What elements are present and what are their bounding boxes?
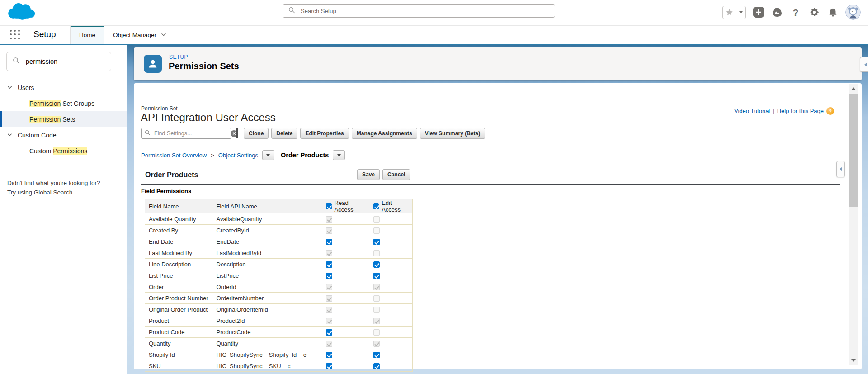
find-settings-box xyxy=(141,128,231,139)
edit-access-checkbox xyxy=(373,307,380,313)
cancel-button[interactable]: Cancel xyxy=(382,169,410,180)
toolbar-separator xyxy=(236,128,238,138)
setup-eyebrow-label: SETUP xyxy=(169,54,188,60)
edit-access-checkbox[interactable] xyxy=(373,352,380,358)
read-access-checkbox xyxy=(326,318,332,324)
salesforce-setup-screen: ? Setup Home xyxy=(0,0,868,374)
field-api-name-cell: EndDate xyxy=(213,236,322,247)
field-api-name-cell: OrderItemNumber xyxy=(213,293,322,304)
chevron-down-icon xyxy=(7,84,13,91)
clone-button[interactable]: Clone xyxy=(244,128,269,139)
field-name-cell: Available Quantity xyxy=(145,213,213,225)
breadcrumb-current-object: Order Products xyxy=(281,151,329,159)
trailhead-icon[interactable] xyxy=(771,6,783,18)
quick-add-icon[interactable] xyxy=(753,6,764,18)
field-permissions-table: Field Name Field API Name Read Access Ed… xyxy=(145,199,413,372)
delete-button[interactable]: Delete xyxy=(271,128,297,139)
find-settings-input[interactable] xyxy=(153,130,228,137)
save-button[interactable]: Save xyxy=(357,169,380,180)
tab-object-manager[interactable]: Object Manager xyxy=(104,26,175,44)
breadcrumb-object-settings-link[interactable]: Object Settings xyxy=(218,152,258,159)
edit-access-checkbox xyxy=(373,329,380,336)
permission-sets-object-icon xyxy=(144,55,162,73)
read-access-checkbox[interactable] xyxy=(326,239,332,245)
save-cancel-group: Save Cancel xyxy=(357,169,410,180)
breadcrumb: Permission Set Overview > Object Setting… xyxy=(141,150,345,160)
page-help-icon[interactable]: ? xyxy=(826,107,834,115)
field-api-name-cell: AvailableQuantity xyxy=(213,213,322,225)
column-header-edit-access: Edit Access xyxy=(382,199,409,213)
sidebar-search-input[interactable] xyxy=(25,57,111,66)
edit-properties-button[interactable]: Edit Properties xyxy=(300,128,349,139)
order-products-dropdown-button[interactable] xyxy=(333,150,345,160)
collapse-panel-button[interactable] xyxy=(860,57,868,72)
favorites-star-icon[interactable] xyxy=(723,6,736,19)
field-name-cell: End Date xyxy=(145,236,213,247)
favorites-dropdown-icon[interactable] xyxy=(736,6,745,19)
video-tutorial-link[interactable]: Video Tutorial xyxy=(734,108,770,114)
app-launcher-waffle-icon[interactable] xyxy=(10,30,21,40)
nav-tabs: Home Object Manager xyxy=(70,26,175,44)
search-match-highlight: Permission xyxy=(29,116,61,123)
favorites-combo xyxy=(722,6,746,19)
scrollbar-thumb[interactable] xyxy=(849,94,858,207)
edit-access-select-all-checkbox[interactable] xyxy=(373,203,379,209)
edit-access-checkbox[interactable] xyxy=(373,239,380,245)
field-name-cell: Product xyxy=(145,315,213,327)
read-access-checkbox xyxy=(326,284,332,290)
help-for-page-link[interactable]: Help for this Page xyxy=(777,108,824,114)
table-row: Order Product Number OrderItemNumber xyxy=(145,293,413,304)
field-name-cell: Created By xyxy=(145,225,213,236)
sidebar-item-custom-permissions[interactable]: Custom Permissions xyxy=(0,143,127,159)
field-api-name-cell: HIC_ShopifySync__SKU__c xyxy=(213,360,322,372)
scroll-down-arrow[interactable] xyxy=(849,356,858,365)
edit-access-checkbox[interactable] xyxy=(373,273,380,279)
field-api-name-cell: HIC_ShopifySync__Shopify_Id__c xyxy=(213,349,322,360)
help-links-row: Video Tutorial | Help for this Page ? xyxy=(734,107,834,115)
sidebar-group-custom-code[interactable]: Custom Code xyxy=(0,127,127,143)
user-avatar[interactable] xyxy=(845,5,861,20)
sidebar-search-box xyxy=(6,52,111,71)
chevron-down-icon xyxy=(160,31,167,39)
collapse-sidebar-button[interactable] xyxy=(836,161,845,177)
breadcrumb-overview-link[interactable]: Permission Set Overview xyxy=(141,152,207,159)
object-settings-dropdown-button[interactable] xyxy=(262,150,274,160)
field-name-cell: Order Product Number xyxy=(145,293,213,304)
column-header-read-access: Read Access xyxy=(335,199,366,213)
read-access-checkbox[interactable] xyxy=(326,261,332,268)
manage-assignments-button[interactable]: Manage Assignments xyxy=(352,128,417,139)
read-access-checkbox[interactable] xyxy=(326,363,332,369)
field-name-cell: SKU xyxy=(145,360,213,372)
read-access-checkbox[interactable] xyxy=(326,273,332,279)
read-access-checkbox xyxy=(326,250,332,256)
read-access-checkbox xyxy=(326,341,332,347)
table-row: Available Quantity AvailableQuantity xyxy=(145,213,413,225)
field-name-cell: Order xyxy=(145,281,213,293)
view-summary-button[interactable]: View Summary (Beta) xyxy=(420,128,486,139)
field-api-name-cell: CreatedById xyxy=(213,225,322,236)
sidebar-group-users[interactable]: Users xyxy=(0,80,127,95)
tab-home[interactable]: Home xyxy=(70,26,104,44)
global-search-input[interactable] xyxy=(300,7,549,15)
edit-access-checkbox xyxy=(373,341,380,347)
table-row: End Date EndDate xyxy=(145,236,413,247)
sidebar-item-permission-set-groups[interactable]: Permission Set Groups xyxy=(0,95,127,111)
sidebar-item-permission-sets[interactable]: Permission Sets xyxy=(0,111,127,127)
setup-gear-icon[interactable] xyxy=(808,6,820,18)
edit-access-checkbox[interactable] xyxy=(373,261,380,268)
vertical-scrollbar[interactable] xyxy=(849,84,858,365)
edit-access-checkbox xyxy=(373,250,380,256)
salesforce-cloud-logo xyxy=(6,1,38,23)
field-name-cell: Shopify Id xyxy=(145,349,213,360)
field-name-cell: Line Description xyxy=(145,259,213,270)
read-access-checkbox[interactable] xyxy=(326,329,332,336)
edit-access-checkbox xyxy=(373,295,380,302)
detail-toolbar: Clone Delete Edit Properties Manage Assi… xyxy=(141,128,485,139)
help-icon[interactable]: ? xyxy=(790,6,802,18)
read-access-select-all-checkbox[interactable] xyxy=(326,203,332,209)
edit-access-checkbox[interactable] xyxy=(373,363,380,369)
scroll-up-arrow[interactable] xyxy=(849,84,858,93)
read-access-checkbox[interactable] xyxy=(326,352,332,358)
edit-access-checkbox xyxy=(373,216,380,223)
notifications-bell-icon[interactable] xyxy=(827,6,839,18)
